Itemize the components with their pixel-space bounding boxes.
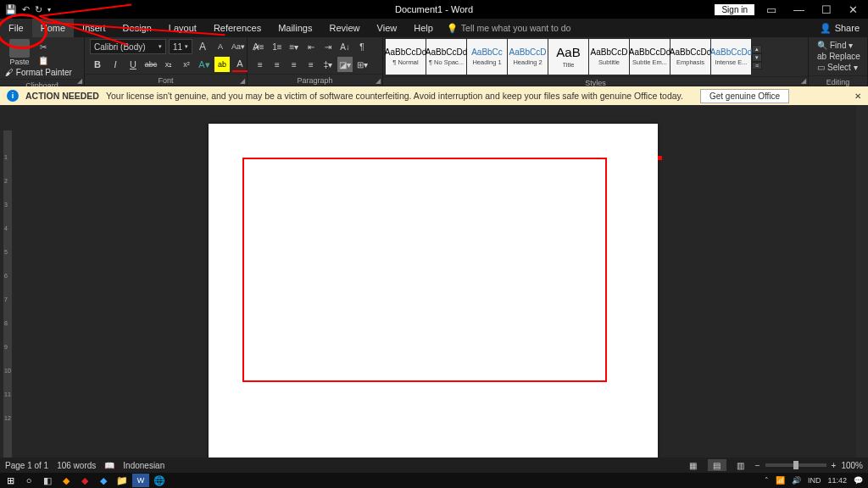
style-item[interactable]: AaBbCcDdIntense E... <box>711 39 751 75</box>
style-item[interactable]: AaBbCcDSubtitle <box>589 39 629 75</box>
bullets-icon[interactable]: •≡ <box>253 39 268 54</box>
change-case-icon[interactable]: Aa▾ <box>231 39 246 54</box>
sound-icon[interactable]: 🔊 <box>792 476 801 485</box>
text-effects-icon[interactable]: A▾ <box>197 57 212 72</box>
numbering-icon[interactable]: 1≡ <box>270 39 285 54</box>
close-icon[interactable]: ✕ <box>843 3 863 16</box>
tab-insert[interactable]: Insert <box>74 19 114 37</box>
italic-button[interactable]: I <box>108 57 123 72</box>
zoom-out-icon[interactable]: − <box>755 461 760 470</box>
tab-view[interactable]: View <box>369 19 406 37</box>
increase-indent-icon[interactable]: ⇥ <box>320 39 336 54</box>
vertical-ruler[interactable]: 123456789101112 <box>0 105 12 473</box>
tell-me-search[interactable]: 💡 Tell me what you want to do <box>447 23 571 34</box>
multilevel-icon[interactable]: ≡▾ <box>287 39 302 54</box>
font-name-dropdown[interactable]: Calibri (Body)▾ <box>90 39 166 54</box>
share-button[interactable]: 👤 Share <box>820 23 868 34</box>
web-layout-icon[interactable]: ▥ <box>732 459 750 471</box>
redo-icon[interactable]: ↻ <box>35 4 42 15</box>
style-item[interactable]: AaBbCcDHeading 2 <box>508 39 548 75</box>
font-color-icon[interactable]: A <box>232 57 248 72</box>
zoom-in-icon[interactable]: + <box>832 461 837 470</box>
taskbar-app-1[interactable]: ◆ <box>58 474 75 487</box>
borders-icon[interactable]: ⊞▾ <box>354 57 370 72</box>
style-item[interactable]: AaBbCcDd¶ Normal <box>386 39 426 75</box>
chrome-icon[interactable]: 🌐 <box>151 474 168 487</box>
tab-file[interactable]: File <box>0 19 32 37</box>
copy-icon[interactable]: 📋 <box>37 54 49 66</box>
message-close-icon[interactable]: ✕ <box>854 92 861 101</box>
paste-button[interactable]: Paste <box>5 39 34 66</box>
tray-up-icon[interactable]: ˄ <box>765 476 769 485</box>
styles-launcher-icon[interactable]: ◢ <box>801 77 806 85</box>
maximize-icon[interactable]: ☐ <box>816 3 837 16</box>
font-launcher-icon[interactable]: ◢ <box>240 77 245 85</box>
sort-icon[interactable]: A↓ <box>337 39 353 54</box>
tab-layout[interactable]: Layout <box>160 19 205 37</box>
tab-help[interactable]: Help <box>405 19 442 37</box>
decrease-indent-icon[interactable]: ⇤ <box>303 39 319 54</box>
minimize-icon[interactable]: — <box>788 3 810 16</box>
tab-references[interactable]: References <box>205 19 270 37</box>
cut-icon[interactable]: ✂ <box>37 41 49 53</box>
align-right-icon[interactable]: ≡ <box>287 57 302 72</box>
print-layout-icon[interactable]: ▤ <box>708 459 726 471</box>
align-left-icon[interactable]: ≡ <box>253 57 268 72</box>
find-button[interactable]: 🔍Find ▾ <box>817 41 860 50</box>
get-genuine-button[interactable]: Get genuine Office <box>700 89 789 103</box>
search-icon[interactable]: ○ <box>20 474 37 487</box>
word-count[interactable]: 106 words <box>57 461 96 470</box>
replace-button[interactable]: abReplace <box>817 52 860 61</box>
zoom-level[interactable]: 100% <box>841 461 863 470</box>
format-painter-button[interactable]: 🖌 Format Painter <box>5 68 72 77</box>
undo-icon[interactable]: ↶ <box>22 4 30 15</box>
highlight-icon[interactable]: ab <box>214 57 230 72</box>
notifications-icon[interactable]: 💬 <box>854 476 863 485</box>
bold-button[interactable]: B <box>90 57 105 72</box>
gallery-down-icon[interactable]: ▾ <box>752 53 762 62</box>
vertical-scrollbar[interactable] <box>856 105 868 473</box>
tab-home[interactable]: Home <box>32 19 74 37</box>
clipboard-launcher-icon[interactable]: ◢ <box>77 77 82 85</box>
file-explorer-icon[interactable]: 📁 <box>114 474 131 487</box>
tray-clock[interactable]: 11:42 <box>827 476 847 485</box>
network-icon[interactable]: 📶 <box>776 476 785 485</box>
ribbon-options-icon[interactable]: ▭ <box>761 3 782 16</box>
font-size-dropdown[interactable]: 11▾ <box>169 39 192 54</box>
tab-design[interactable]: Design <box>114 19 160 37</box>
gallery-up-icon[interactable]: ▴ <box>752 45 762 53</box>
document-canvas[interactable] <box>12 105 856 473</box>
task-view-icon[interactable]: ◧ <box>39 474 56 487</box>
read-mode-icon[interactable]: ▦ <box>684 459 703 471</box>
tray-language[interactable]: IND <box>808 476 821 485</box>
line-spacing-icon[interactable]: ‡▾ <box>320 57 336 72</box>
superscript-button[interactable]: x² <box>179 57 194 72</box>
sign-in-button[interactable]: Sign in <box>715 4 754 15</box>
style-item[interactable]: AaBbCcDd¶ No Spac... <box>426 39 466 75</box>
subscript-button[interactable]: x₂ <box>161 57 176 72</box>
align-center-icon[interactable]: ≡ <box>270 57 285 72</box>
tab-review[interactable]: Review <box>321 19 369 37</box>
taskbar-app-2[interactable]: ◆ <box>76 474 93 487</box>
underline-button[interactable]: U <box>125 57 141 72</box>
save-icon[interactable]: 💾 <box>5 4 17 15</box>
gallery-more-icon[interactable]: ≡ <box>752 62 762 69</box>
taskbar-app-3[interactable]: ◆ <box>95 474 112 487</box>
start-button[interactable]: ⊞ <box>2 474 19 487</box>
style-item[interactable]: AaBbCcDdSubtle Em... <box>630 39 670 75</box>
shrink-font-icon[interactable]: A <box>213 39 228 54</box>
shading-icon[interactable]: ◪▾ <box>337 57 353 72</box>
qat-dropdown-icon[interactable]: ▾ <box>47 6 51 14</box>
tab-mailings[interactable]: Mailings <box>270 19 320 37</box>
zoom-slider[interactable] <box>765 463 826 467</box>
grow-font-icon[interactable]: A <box>195 39 210 54</box>
select-button[interactable]: ▭Select ▾ <box>817 63 860 72</box>
paragraph-launcher-icon[interactable]: ◢ <box>376 77 381 85</box>
language-status[interactable]: Indonesian <box>123 461 164 470</box>
word-taskbar-icon[interactable]: W <box>132 474 149 487</box>
shape-rectangle[interactable] <box>242 158 607 382</box>
style-item[interactable]: AaBbCcHeading 1 <box>467 39 507 75</box>
spellcheck-icon[interactable]: 📖 <box>104 461 114 470</box>
strike-button[interactable]: abc <box>143 57 159 72</box>
style-item[interactable]: AaBbCcDdEmphasis <box>670 39 710 75</box>
